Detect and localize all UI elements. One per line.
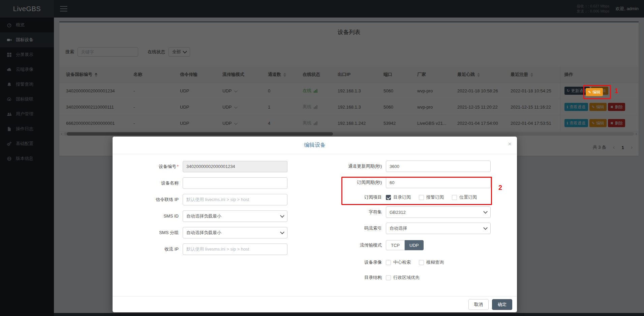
annotation-step-2: 2 xyxy=(498,184,502,192)
modal-title: 编辑设备 xyxy=(304,142,326,149)
edit-device-modal: 编辑设备 × 设备编号* 设备名称 信令联络 IP SMS ID 自动选择负载最… xyxy=(113,137,517,312)
form-row-dir-structure: 目录结构 行政区域优先 xyxy=(314,271,510,284)
form-row-device-record: 设备录像 中心检索 模糊查询 xyxy=(314,254,510,271)
sms-id-select[interactable]: 自动选择负载最小 xyxy=(183,210,287,222)
form-row-sms-id: SMS ID 自动选择负载最小 xyxy=(121,208,309,224)
modal-left-column: 设备编号* 设备名称 信令联络 IP SMS ID 自动选择负载最小 SMS 分… xyxy=(121,158,309,257)
admin-region-priority-option[interactable]: 行政区域优先 xyxy=(386,275,420,281)
edit-button-highlighted[interactable]: ✎编辑 xyxy=(586,88,603,96)
device-id-input xyxy=(183,161,287,172)
annotation-box-1: ✎编辑 xyxy=(583,85,611,99)
form-row-device-name: 设备名称 xyxy=(121,175,309,191)
charset-select[interactable]: GB2312 xyxy=(386,206,491,218)
modal-footer: 取消 确定 xyxy=(113,296,517,312)
annotation-step-1: 1 xyxy=(615,87,618,95)
sip-host-input[interactable] xyxy=(183,194,287,205)
udp-toggle-button[interactable]: UDP xyxy=(405,240,424,250)
checkbox-icon xyxy=(386,260,391,265)
form-row-stream-ip: 收流 IP xyxy=(121,241,309,257)
sms-group-select[interactable]: 自动选择负载最小 xyxy=(183,227,287,238)
center-search-option[interactable]: 中心检索 xyxy=(386,259,411,265)
close-icon[interactable]: × xyxy=(508,141,512,147)
app-root: LiveGBS 接收 ↑ : 0.027 Mbps 发送 ↓ : 0.006 M… xyxy=(0,0,644,316)
form-row-charset: 字符集 GB2312 xyxy=(314,204,510,220)
form-row-stream-mode: 流传输模式 TCP UDP xyxy=(314,236,510,254)
stream-ip-input[interactable] xyxy=(183,243,287,255)
stream-index-select[interactable]: 自动选择 xyxy=(386,223,491,234)
form-row-sip-host: 信令联络 IP xyxy=(121,191,309,208)
form-row-stream-index: 码流索引 自动选择 xyxy=(314,220,510,236)
fuzzy-query-option[interactable]: 模糊查询 xyxy=(419,259,444,265)
device-name-input[interactable] xyxy=(183,177,287,189)
channel-refresh-input[interactable] xyxy=(386,161,491,172)
edit-icon: ✎ xyxy=(588,90,591,94)
required-asterisk: * xyxy=(177,164,179,169)
checkbox-icon xyxy=(386,275,391,280)
form-row-sms-group: SMS 分组 自动选择负载最小 xyxy=(121,224,309,241)
form-row-device-id: 设备编号* xyxy=(121,158,309,175)
cancel-button[interactable]: 取消 xyxy=(468,299,489,310)
tcp-toggle-button[interactable]: TCP xyxy=(386,240,405,250)
form-row-channel-refresh: 通道更新周期(秒) xyxy=(314,158,510,174)
modal-header: 编辑设备 × xyxy=(113,137,517,154)
checkbox-icon xyxy=(419,260,424,265)
confirm-button[interactable]: 确定 xyxy=(492,299,512,310)
annotation-box-2 xyxy=(341,177,492,205)
